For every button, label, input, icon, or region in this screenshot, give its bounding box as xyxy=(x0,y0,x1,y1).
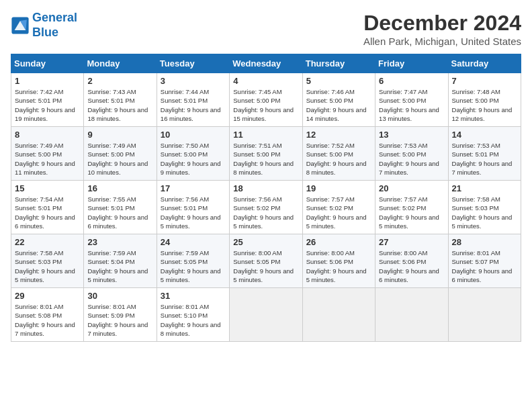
day-number: 17 xyxy=(161,183,226,193)
day-info: Sunrise: 7:53 AMSunset: 5:00 PMDaylight:… xyxy=(379,141,444,177)
calendar-cell: 1 Sunrise: 7:42 AMSunset: 5:01 PMDayligh… xyxy=(11,73,84,127)
day-number: 29 xyxy=(15,291,80,301)
calendar-week-4: 22 Sunrise: 7:58 AMSunset: 5:03 PMDaylig… xyxy=(11,234,521,288)
day-number: 20 xyxy=(379,183,444,193)
calendar-cell: 24 Sunrise: 7:59 AMSunset: 5:05 PMDaylig… xyxy=(157,234,229,288)
day-number: 3 xyxy=(161,76,226,86)
calendar-cell: 6 Sunrise: 7:47 AMSunset: 5:00 PMDayligh… xyxy=(375,73,448,127)
calendar-cell: 30 Sunrise: 8:01 AMSunset: 5:09 PMDaylig… xyxy=(84,288,157,342)
logo-text: General Blue xyxy=(32,11,77,40)
day-info: Sunrise: 7:47 AMSunset: 5:00 PMDaylight:… xyxy=(379,87,444,123)
calendar-cell: 25 Sunrise: 8:00 AMSunset: 5:05 PMDaylig… xyxy=(230,234,302,288)
col-saturday: Saturday xyxy=(448,54,521,73)
calendar-subtitle: Allen Park, Michigan, United States xyxy=(363,36,521,47)
calendar-cell: 7 Sunrise: 7:48 AMSunset: 5:00 PMDayligh… xyxy=(448,73,521,127)
day-number: 10 xyxy=(161,130,226,140)
col-sunday: Sunday xyxy=(11,54,84,73)
day-number: 24 xyxy=(161,237,226,247)
day-info: Sunrise: 7:59 AMSunset: 5:04 PMDaylight:… xyxy=(87,248,152,284)
calendar-cell: 15 Sunrise: 7:54 AMSunset: 5:01 PMDaylig… xyxy=(11,181,84,234)
logo-line1: General xyxy=(32,11,77,24)
calendar-cell: 26 Sunrise: 8:00 AMSunset: 5:06 PMDaylig… xyxy=(302,234,375,288)
day-info: Sunrise: 7:58 AMSunset: 5:03 PMDaylight:… xyxy=(452,195,517,230)
calendar-cell: 5 Sunrise: 7:46 AMSunset: 5:00 PMDayligh… xyxy=(302,73,375,127)
calendar-week-1: 1 Sunrise: 7:42 AMSunset: 5:01 PMDayligh… xyxy=(11,73,521,127)
day-number: 23 xyxy=(87,237,152,247)
day-info: Sunrise: 8:00 AMSunset: 5:06 PMDaylight:… xyxy=(379,248,444,284)
col-thursday: Thursday xyxy=(302,54,375,73)
calendar-cell: 12 Sunrise: 7:52 AMSunset: 5:00 PMDaylig… xyxy=(302,127,375,181)
day-info: Sunrise: 8:01 AMSunset: 5:10 PMDaylight:… xyxy=(161,302,226,338)
calendar-cell: 8 Sunrise: 7:49 AMSunset: 5:00 PMDayligh… xyxy=(11,127,84,181)
day-info: Sunrise: 7:58 AMSunset: 5:03 PMDaylight:… xyxy=(15,248,80,284)
day-number: 22 xyxy=(15,237,80,247)
day-info: Sunrise: 7:59 AMSunset: 5:05 PMDaylight:… xyxy=(161,248,226,284)
header: General Blue December 2024 Allen Park, M… xyxy=(11,11,521,47)
day-info: Sunrise: 8:01 AMSunset: 5:09 PMDaylight:… xyxy=(87,302,152,338)
calendar-cell: 31 Sunrise: 8:01 AMSunset: 5:10 PMDaylig… xyxy=(157,288,229,342)
calendar-cell: 11 Sunrise: 7:51 AMSunset: 5:00 PMDaylig… xyxy=(230,127,302,181)
day-info: Sunrise: 7:57 AMSunset: 5:02 PMDaylight:… xyxy=(306,195,371,230)
calendar-cell: 27 Sunrise: 8:00 AMSunset: 5:06 PMDaylig… xyxy=(375,234,448,288)
day-info: Sunrise: 7:57 AMSunset: 5:02 PMDaylight:… xyxy=(379,195,444,230)
calendar-cell: 10 Sunrise: 7:50 AMSunset: 5:00 PMDaylig… xyxy=(157,127,229,181)
day-number: 6 xyxy=(379,76,444,86)
day-info: Sunrise: 7:52 AMSunset: 5:00 PMDaylight:… xyxy=(306,141,371,177)
day-number: 4 xyxy=(233,76,298,86)
calendar-week-3: 15 Sunrise: 7:54 AMSunset: 5:01 PMDaylig… xyxy=(11,181,521,234)
calendar-cell: 22 Sunrise: 7:58 AMSunset: 5:03 PMDaylig… xyxy=(11,234,84,288)
day-info: Sunrise: 7:43 AMSunset: 5:01 PMDaylight:… xyxy=(87,87,152,123)
calendar-cell xyxy=(302,288,375,342)
calendar-cell: 18 Sunrise: 7:56 AMSunset: 5:02 PMDaylig… xyxy=(230,181,302,234)
day-number: 8 xyxy=(15,130,80,140)
calendar-cell: 16 Sunrise: 7:55 AMSunset: 5:01 PMDaylig… xyxy=(84,181,157,234)
day-info: Sunrise: 7:42 AMSunset: 5:01 PMDaylight:… xyxy=(15,87,80,123)
header-row: Sunday Monday Tuesday Wednesday Thursday… xyxy=(11,54,521,73)
calendar-cell: 13 Sunrise: 7:53 AMSunset: 5:00 PMDaylig… xyxy=(375,127,448,181)
day-info: Sunrise: 7:56 AMSunset: 5:01 PMDaylight:… xyxy=(161,195,226,230)
day-info: Sunrise: 7:54 AMSunset: 5:01 PMDaylight:… xyxy=(15,195,80,230)
day-number: 13 xyxy=(379,130,444,140)
day-info: Sunrise: 7:50 AMSunset: 5:00 PMDaylight:… xyxy=(161,141,226,177)
day-info: Sunrise: 7:56 AMSunset: 5:02 PMDaylight:… xyxy=(233,195,298,230)
calendar-cell: 4 Sunrise: 7:45 AMSunset: 5:00 PMDayligh… xyxy=(230,73,302,127)
day-number: 27 xyxy=(379,237,444,247)
col-wednesday: Wednesday xyxy=(230,54,302,73)
calendar-cell: 3 Sunrise: 7:44 AMSunset: 5:01 PMDayligh… xyxy=(157,73,229,127)
day-number: 11 xyxy=(233,130,298,140)
day-info: Sunrise: 7:55 AMSunset: 5:01 PMDaylight:… xyxy=(87,195,152,230)
day-number: 19 xyxy=(306,183,371,193)
calendar-cell xyxy=(230,288,302,342)
calendar-cell: 20 Sunrise: 7:57 AMSunset: 5:02 PMDaylig… xyxy=(375,181,448,234)
day-info: Sunrise: 7:51 AMSunset: 5:00 PMDaylight:… xyxy=(233,141,298,177)
day-number: 5 xyxy=(306,76,371,86)
col-monday: Monday xyxy=(84,54,157,73)
calendar-title: December 2024 xyxy=(363,11,521,36)
calendar-week-5: 29 Sunrise: 8:01 AMSunset: 5:08 PMDaylig… xyxy=(11,288,521,342)
day-number: 9 xyxy=(87,130,152,140)
day-info: Sunrise: 7:48 AMSunset: 5:00 PMDaylight:… xyxy=(452,87,517,123)
calendar-cell: 19 Sunrise: 7:57 AMSunset: 5:02 PMDaylig… xyxy=(302,181,375,234)
col-tuesday: Tuesday xyxy=(157,54,229,73)
calendar-cell: 9 Sunrise: 7:49 AMSunset: 5:00 PMDayligh… xyxy=(84,127,157,181)
logo-icon xyxy=(11,16,30,35)
day-number: 28 xyxy=(452,237,517,247)
calendar-cell: 14 Sunrise: 7:53 AMSunset: 5:01 PMDaylig… xyxy=(448,127,521,181)
day-info: Sunrise: 7:49 AMSunset: 5:00 PMDaylight:… xyxy=(15,141,80,177)
day-number: 7 xyxy=(452,76,517,86)
day-info: Sunrise: 8:01 AMSunset: 5:07 PMDaylight:… xyxy=(452,248,517,284)
day-info: Sunrise: 7:45 AMSunset: 5:00 PMDaylight:… xyxy=(233,87,298,123)
calendar-week-2: 8 Sunrise: 7:49 AMSunset: 5:00 PMDayligh… xyxy=(11,127,521,181)
day-number: 15 xyxy=(15,183,80,193)
day-info: Sunrise: 8:00 AMSunset: 5:05 PMDaylight:… xyxy=(233,248,298,284)
day-number: 18 xyxy=(233,183,298,193)
logo: General Blue xyxy=(11,11,77,40)
day-info: Sunrise: 7:49 AMSunset: 5:00 PMDaylight:… xyxy=(87,141,152,177)
calendar-cell: 21 Sunrise: 7:58 AMSunset: 5:03 PMDaylig… xyxy=(448,181,521,234)
day-number: 31 xyxy=(161,291,226,301)
day-info: Sunrise: 7:53 AMSunset: 5:01 PMDaylight:… xyxy=(452,141,517,177)
day-info: Sunrise: 7:46 AMSunset: 5:00 PMDaylight:… xyxy=(306,87,371,123)
calendar-cell: 28 Sunrise: 8:01 AMSunset: 5:07 PMDaylig… xyxy=(448,234,521,288)
day-number: 21 xyxy=(452,183,517,193)
calendar-cell: 17 Sunrise: 7:56 AMSunset: 5:01 PMDaylig… xyxy=(157,181,229,234)
